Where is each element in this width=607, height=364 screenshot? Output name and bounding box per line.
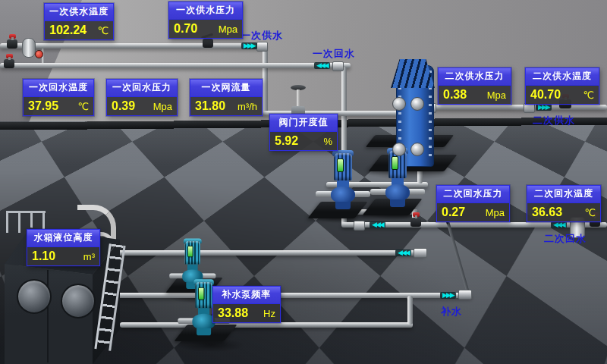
pressure-gauge (35, 50, 43, 58)
valve-secondary-return-mid (410, 218, 421, 227)
label-primary-return-pressure: 一次回水压力 0.39 Mpa (106, 79, 178, 116)
flow-arrows-secondary-return-1: ◀◀◀ (370, 221, 385, 228)
pipe-coupling (414, 248, 427, 258)
label-primary-return-temp: 一次回水温度 37.95 ℃ (23, 79, 94, 116)
label-title: 补水泵频率 (213, 287, 280, 304)
value-text: 37.95 (28, 99, 58, 113)
label-value-row: 36.63 ℃ (527, 203, 600, 221)
label-title: 一次供水温度 (45, 4, 113, 21)
pump-volute (385, 184, 410, 201)
label-value-row: 1.10 m³ (27, 247, 99, 265)
strainer (22, 38, 36, 58)
label-value-row: 40.70 ℃ (526, 86, 599, 104)
label-value-row: 33.88 Hz (213, 304, 280, 322)
pump-volute (331, 187, 355, 203)
label-primary-supply-temp: 一次供水温度 102.24 ℃ (44, 3, 114, 40)
label-value-row: 102.24 ℃ (45, 21, 113, 39)
water-tank (2, 202, 131, 364)
label-primary-supply-pressure: 一次供水压力 0.70 Mpa (168, 2, 243, 39)
value-text: 5.92 (275, 134, 298, 148)
flow-arrows-primary-supply: ▶▶▶ (241, 42, 257, 49)
label-secondary-supply-pressure: 二次供水压力 0.38 Mpa (438, 67, 511, 105)
label-value-row: 0.38 Mpa (439, 86, 511, 104)
unit-text: m³ (79, 251, 95, 262)
value-text: 102.24 (49, 24, 86, 37)
valve-primary-supply-inlet (7, 39, 17, 49)
label-valve-opening: 阀门开度值 5.92 % (269, 114, 338, 151)
label-secondary-supply-temp: 二次供水温度 40.70 ℃ (525, 67, 599, 105)
unit-text: ℃ (93, 25, 109, 36)
flow-arrows-secondary-supply: ▶▶▶ (536, 104, 552, 111)
unit-text: Hz (259, 308, 275, 319)
tank-manhole-left (17, 279, 52, 314)
label-secondary-return-pressure: 二次回水压力 0.27 Mpa (436, 185, 510, 222)
pipe-tag-makeup: 补水 (441, 305, 462, 318)
exchanger-port-top-right (410, 97, 424, 111)
label-title: 阀门开度值 (270, 115, 337, 132)
value-text: 0.27 (442, 206, 465, 219)
pump-run-indicator (187, 246, 193, 257)
label-title: 水箱液位高度 (27, 230, 99, 247)
unit-text: ℃ (73, 101, 89, 112)
pump-pedestal (335, 202, 351, 209)
unit-text: m³/h (233, 101, 257, 112)
value-text: 0.39 (112, 99, 135, 113)
exchanger-port-bottom-left (392, 143, 406, 156)
label-title: 二次供水压力 (439, 68, 511, 86)
pump-run-indicator (392, 156, 398, 170)
label-title: 二次回水压力 (437, 186, 509, 203)
value-text: 1.10 (32, 249, 55, 263)
label-title: 一次网流量 (190, 80, 262, 97)
value-text: 40.70 (530, 88, 561, 102)
label-value-row: 5.92 % (270, 132, 337, 150)
pipe-tank-outlet (112, 250, 425, 256)
label-value-row: 31.80 m³/h (190, 97, 262, 115)
label-title: 二次回水温度 (527, 186, 600, 203)
pipe-tag-primary-supply: 一次供水 (241, 29, 283, 42)
flow-arrows-secondary-return-2: ◀◀◀ (551, 221, 567, 228)
unit-text: Mpa (483, 89, 506, 101)
pipe-secondary-supply (425, 105, 607, 110)
pipe-coupling (256, 42, 268, 52)
unit-text: % (319, 136, 332, 147)
label-value-row: 37.95 ℃ (24, 97, 93, 115)
pipe-primary-return (0, 63, 351, 68)
value-text: 0.38 (443, 88, 467, 102)
pipe-coupling (332, 61, 344, 71)
label-secondary-return-temp: 二次回水温度 36.63 ℃ (527, 185, 601, 222)
pipe-primary-supply (0, 43, 267, 49)
unit-text: ℃ (580, 207, 596, 218)
label-value-row: 0.39 Mpa (107, 97, 177, 115)
label-title: 一次供水压力 (169, 2, 242, 20)
flow-arrows-primary-return: ◀◀◀ (314, 62, 330, 69)
label-title: 一次回水温度 (24, 80, 93, 97)
pump-pedestal (197, 328, 211, 336)
unit-text: Mpa (214, 24, 237, 35)
pipe-tag-primary-return: 一次回水 (313, 47, 355, 61)
label-makeup-pump-freq: 补水泵频率 33.88 Hz (212, 286, 281, 323)
value-text: 31.80 (195, 99, 225, 113)
pipe-primary-supply-riser (263, 46, 268, 115)
pump-pedestal (390, 199, 405, 207)
pipe-tag-secondary-supply: 二次供水 (533, 114, 575, 127)
tank-manhole-right (61, 284, 96, 318)
pipe-tag-secondary-return: 二次回水 (544, 232, 587, 246)
unit-text: Mpa (149, 101, 172, 112)
circulation-pump-1 (322, 153, 364, 209)
label-title: 二次供水温度 (526, 68, 599, 86)
valve-primary-return-outlet (4, 59, 14, 68)
unit-text: Mpa (481, 207, 505, 218)
value-text: 0.70 (174, 22, 197, 36)
label-primary-flow: 一次网流量 31.80 m³/h (190, 79, 263, 116)
label-title: 一次回水压力 (107, 80, 177, 97)
pump-run-indicator (198, 287, 205, 300)
hmi-heat-exchange-station-screen: ▶▶▶ ◀◀◀ ▶▶▶ ◀◀◀ ◀◀◀ ◀◀◀ ▶▶▶ (0, 0, 607, 364)
exchanger-port-bottom-right (410, 143, 424, 156)
unit-text: ℃ (578, 89, 594, 101)
pipe-coupling (354, 221, 365, 231)
tank-panel-seam (47, 270, 49, 362)
label-tank-level: 水箱液位高度 1.10 m³ (27, 229, 100, 266)
valve-primary-supply-line (203, 39, 213, 48)
flow-arrows-tank-line: ◀◀◀ (395, 249, 411, 256)
exchanger-port-top-left (392, 97, 406, 111)
